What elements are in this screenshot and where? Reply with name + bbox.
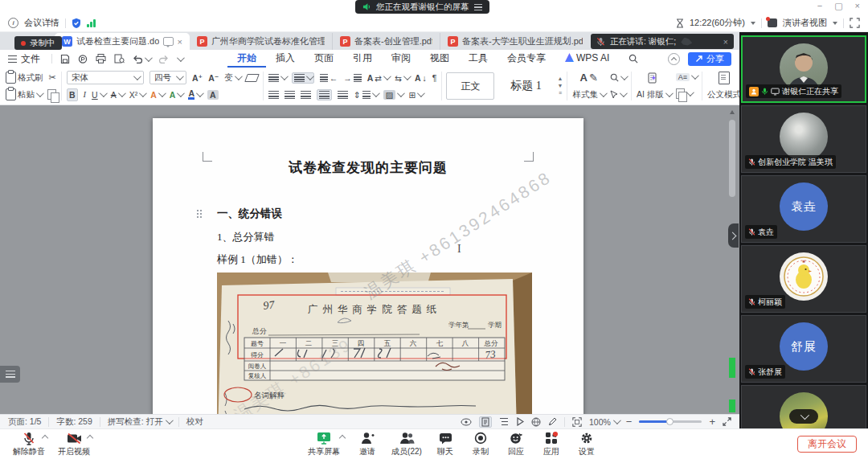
zoom-level-select[interactable]: 100% — [589, 417, 619, 427]
paste-button[interactable]: 粘贴 — [6, 88, 42, 100]
sidebar-expand-handle[interactable] — [728, 223, 739, 248]
scrollbar-thumb[interactable] — [729, 120, 735, 197]
tab-document-3[interactable]: P 备案表-创业管理.pdf — [333, 33, 440, 50]
banner-list-icon[interactable] — [474, 4, 482, 10]
official-doc-button[interactable]: 公文模式 — [707, 89, 739, 100]
fullscreen-icon[interactable] — [850, 18, 860, 28]
ribbon-tab-wps-ai[interactable]: WPS AI — [555, 50, 619, 68]
scroll-up-icon[interactable] — [730, 110, 735, 114]
find-button[interactable] — [610, 73, 626, 82]
wrap-button[interactable]: ⇆ — [395, 73, 409, 83]
distribute-button[interactable] — [338, 91, 348, 99]
style-set-button[interactable]: 样式集 — [572, 89, 605, 100]
collapse-ribbon-icon[interactable] — [668, 53, 680, 65]
participant-tile[interactable]: ❀ 柯丽颖 — [741, 245, 866, 313]
collapse-participants-button[interactable] — [789, 409, 818, 424]
document-page[interactable]: 试卷检查发现的主要问题 一、统分错误 1、总分算错 样例 1（加错）： 温美琪 … — [153, 118, 583, 414]
ribbon-tab-reference[interactable]: 引用 — [343, 50, 382, 68]
settings-button[interactable]: 设置 — [569, 429, 604, 459]
bold-button[interactable]: B — [67, 88, 78, 101]
toast-close-icon[interactable]: × — [723, 37, 728, 47]
ribbon-tab-member[interactable]: 会员专享 — [497, 50, 555, 68]
decrease-indent-button[interactable]: ← — [320, 73, 338, 83]
duration-dropdown-icon[interactable] — [751, 22, 755, 25]
char-shading-button[interactable]: A — [207, 90, 219, 100]
participant-tile[interactable]: 创新创业学院 温美琪 — [741, 105, 866, 173]
zoom-in-button[interactable]: + — [709, 416, 715, 428]
style-gallery-arrows[interactable]: ▲▼≡ — [557, 76, 563, 96]
text-tool-button[interactable]: A≡ — [676, 73, 697, 81]
document-scrollbar[interactable] — [729, 107, 736, 411]
zoom-out-button[interactable]: − — [626, 416, 633, 428]
web-layout-icon[interactable] — [531, 417, 541, 427]
undo-dropdown-icon[interactable] — [145, 54, 153, 62]
borders-button[interactable]: ⊞ — [408, 90, 423, 100]
minimize-button[interactable]: − — [817, 1, 822, 11]
style-heading1-button[interactable]: 标题 1 — [498, 72, 553, 100]
tab-close-icon[interactable]: × — [178, 37, 182, 47]
zoom-slider[interactable] — [639, 420, 702, 423]
comment-icon[interactable] — [163, 37, 174, 46]
show-marks-button[interactable]: ¶ — [432, 73, 437, 83]
reactions-button[interactable]: 回应 — [498, 429, 534, 459]
cut-button[interactable]: ✂ — [49, 72, 56, 83]
export-pdf-icon[interactable] — [78, 54, 88, 64]
ribbon-tab-view[interactable]: 视图 — [420, 50, 459, 68]
clear-format-icon[interactable] — [244, 74, 260, 82]
underline-button[interactable]: U — [92, 90, 105, 100]
file-menu-button[interactable]: 文件 — [8, 52, 40, 66]
ai-layout-button[interactable]: AI 排版 — [637, 89, 671, 100]
superscript-button[interactable]: X² — [129, 90, 145, 100]
fit-page-icon[interactable] — [572, 417, 582, 427]
mic-options-chevron-icon[interactable] — [42, 434, 48, 441]
save-icon[interactable] — [60, 54, 70, 64]
paragraph-drag-handle-icon[interactable] — [196, 209, 203, 219]
format-painter-button[interactable]: 格式刷 — [6, 72, 43, 84]
strikethrough-button[interactable]: A — [111, 90, 124, 100]
participant-tile-presenter[interactable]: 谢银仁正在共享 — [741, 35, 866, 103]
spellcheck-toggle[interactable]: 拼写检查: 打开 — [108, 416, 171, 428]
record-button[interactable]: 录制 — [463, 429, 498, 459]
share-options-chevron-icon[interactable] — [339, 434, 346, 441]
increase-font-button[interactable]: A⁺ — [192, 73, 203, 83]
security-shield-icon[interactable] — [72, 18, 81, 29]
participant-tile[interactable]: 袁垚 袁垚 — [741, 175, 866, 243]
justify-button[interactable] — [317, 89, 332, 100]
search-icon[interactable] — [628, 54, 638, 64]
quickbar-more-icon[interactable] — [177, 54, 185, 62]
shading-button[interactable]: ▨ — [383, 90, 403, 100]
tab-document-2[interactable]: P 广州华商学院试卷标准化管理工作手 — [190, 33, 333, 50]
chat-button[interactable]: 聊天 — [428, 429, 463, 459]
increase-indent-button[interactable]: → — [343, 73, 362, 83]
undo-icon[interactable] — [133, 55, 143, 64]
numbered-list-button[interactable] — [292, 72, 314, 84]
leave-meeting-button[interactable]: 离开会议 — [797, 436, 857, 453]
view-mode-button[interactable]: 演讲者视图 — [783, 17, 827, 29]
font-color-button[interactable]: A — [188, 89, 202, 100]
close-button[interactable]: × — [855, 1, 860, 11]
video-options-chevron-icon[interactable] — [87, 434, 93, 441]
redo-icon[interactable] — [158, 55, 169, 64]
line-spacing-button[interactable]: ⇕ — [354, 90, 378, 100]
page-view-icon[interactable] — [479, 416, 492, 428]
decrease-font-button[interactable]: A⁻ — [208, 73, 219, 83]
outline-view-icon[interactable] — [499, 417, 509, 426]
font-size-select[interactable]: 四号 — [149, 71, 186, 84]
sort-button[interactable]: A↓ — [415, 73, 427, 83]
select-button[interactable] — [610, 90, 626, 99]
share-button[interactable]: 分享 — [688, 52, 731, 66]
network-signal-icon[interactable] — [87, 18, 96, 27]
ribbon-tab-insert[interactable]: 插入 — [266, 50, 305, 68]
start-video-button[interactable]: 开启视频 — [51, 429, 96, 459]
text-effects-button[interactable]: A — [150, 90, 164, 100]
word-count[interactable]: 字数: 259 — [56, 416, 92, 428]
italic-button[interactable]: I — [84, 90, 87, 99]
highlight-color-button[interactable]: A — [170, 90, 183, 100]
ribbon-tab-home[interactable]: 开始 — [227, 50, 266, 68]
share-screen-button[interactable]: 共享屏幕 — [299, 429, 349, 459]
ink-pen-icon[interactable] — [548, 417, 557, 426]
text-direction-button[interactable]: A⇄ — [367, 73, 389, 83]
view-mode-dropdown-icon[interactable] — [833, 22, 837, 25]
read-mode-icon[interactable] — [516, 417, 524, 426]
bullet-list-button[interactable] — [268, 74, 286, 82]
